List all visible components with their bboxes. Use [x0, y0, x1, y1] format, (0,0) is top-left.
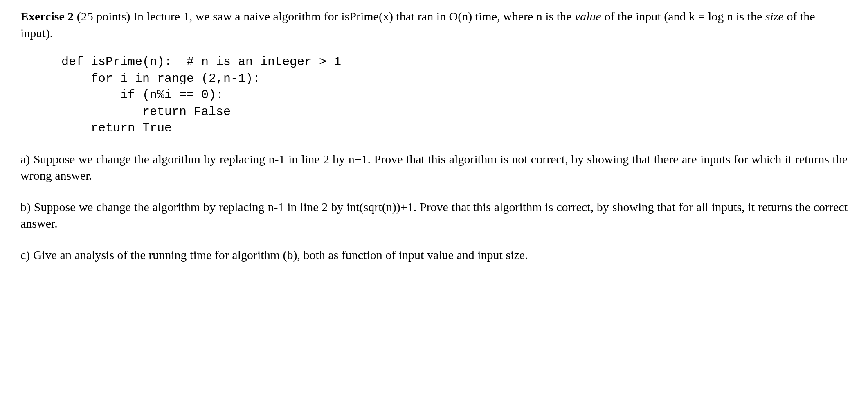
code-line-4: return False [61, 105, 231, 119]
code-line-2: for i in range (2,n-1): [61, 72, 260, 86]
part-c-text: c) Give an analysis of the running time … [20, 247, 848, 264]
exercise-intro: Exercise 2 (25 points) In lecture 1, we … [20, 8, 848, 41]
intro-text-2: of the input (and k = log n is the [601, 9, 765, 23]
size-italic: size [765, 9, 784, 23]
code-line-3: if (n%i == 0): [61, 88, 223, 102]
exercise-title: Exercise 2 [20, 9, 74, 23]
value-italic: value [575, 9, 601, 23]
code-block: def isPrime(n): # n is an integer > 1 fo… [61, 54, 848, 137]
code-line-1: def isPrime(n): # n is an integer > 1 [61, 55, 341, 69]
code-line-5: return True [61, 121, 172, 135]
part-a-text: a) Suppose we change the algorithm by re… [20, 151, 848, 184]
intro-text-1: In lecture 1, we saw a naive algorithm f… [133, 9, 575, 23]
exercise-points: (25 points) [74, 9, 133, 23]
part-b-text: b) Suppose we change the algorithm by re… [20, 199, 848, 232]
